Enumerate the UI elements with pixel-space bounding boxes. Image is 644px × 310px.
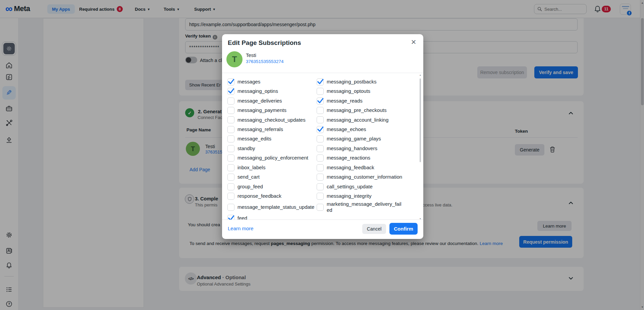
checkbox-label: message_reads	[327, 98, 363, 104]
checkbox-message_reads[interactable]	[317, 98, 324, 105]
checkbox-label: messaging_optouts	[327, 88, 370, 95]
checkbox-response_feedback[interactable]	[227, 193, 234, 200]
checkbox-marketing_message_delivery_failed[interactable]	[317, 204, 324, 211]
checkbox-label: call_settings_update	[327, 184, 373, 190]
subscription-row: feed	[227, 213, 317, 220]
checkbox-label: group_feed	[237, 184, 263, 190]
subscription-row: messaging_postbacks	[317, 77, 418, 86]
checkbox-group_feed[interactable]	[227, 183, 234, 190]
checkbox-label: messaging_referrals	[237, 126, 283, 133]
subscription-row: messaging_payments	[227, 106, 317, 115]
checkbox-feed[interactable]	[227, 215, 234, 220]
checkbox-messaging_integrity[interactable]	[317, 193, 324, 200]
subscription-row: message_reactions	[317, 153, 418, 163]
checkbox-label: message_echoes	[327, 126, 366, 133]
checkbox-standby[interactable]	[227, 145, 234, 152]
confirm-button[interactable]: Confirm	[389, 223, 418, 235]
checkbox-messaging_payments[interactable]	[227, 107, 234, 114]
subscription-row: messaging_integrity	[317, 191, 418, 201]
checkbox-label: messaging_payments	[237, 107, 286, 114]
subscription-row: message_edits	[227, 134, 317, 144]
checkbox-label: messaging_pre_checkouts	[327, 107, 386, 114]
subscription-row: messaging_policy_enforcement	[227, 153, 317, 163]
checkbox-messaging_game_plays[interactable]	[317, 135, 324, 142]
subscription-row: call_settings_update	[317, 182, 418, 191]
modal-page-name: Testi	[246, 52, 256, 58]
subscription-row: message_reads	[317, 96, 418, 106]
checkbox-messaging_customer_information[interactable]	[317, 174, 324, 181]
checkbox-label: messaging_game_plays	[327, 136, 381, 142]
checkbox-label: messaging_feedback	[327, 165, 374, 171]
checkbox-messaging_feedback[interactable]	[317, 164, 324, 171]
checkbox-send_cart[interactable]	[227, 174, 234, 181]
checkbox-label: marketing_message_delivery_failed	[327, 201, 404, 214]
checkbox-label: messaging_postbacks	[327, 79, 376, 85]
close-icon[interactable]: ×	[409, 37, 419, 47]
checkbox-messaging_postbacks[interactable]	[317, 78, 324, 85]
checkbox-label: messaging_integrity	[327, 193, 371, 199]
modal-scrollbar-thumb[interactable]	[420, 78, 421, 162]
subscription-row: message_template_status_update	[227, 201, 317, 214]
checkbox-messaging_referrals[interactable]	[227, 126, 234, 133]
checkbox-label: standby	[237, 145, 255, 152]
checkbox-label: messaging_customer_information	[327, 174, 402, 180]
subscription-row: inbox_labels	[227, 163, 317, 172]
checkbox-label: response_feedback	[237, 193, 281, 199]
checkbox-call_settings_update[interactable]	[317, 183, 324, 190]
checkbox-label: message_deliveries	[237, 98, 282, 104]
checkbox-label: messages	[237, 79, 260, 85]
checkbox-messaging_handovers[interactable]	[317, 145, 324, 152]
checkbox-label: messaging_policy_enforcement	[237, 155, 308, 161]
checkbox-label: send_cart	[237, 174, 260, 180]
checkbox-messaging_optins[interactable]	[227, 88, 234, 95]
checkbox-messaging_checkout_updates[interactable]	[227, 116, 234, 123]
checkbox-message_deliveries[interactable]	[227, 98, 234, 105]
checkbox-label: messaging_optins	[237, 88, 278, 95]
edit-page-subscriptions-modal: Edit Page Subscriptions × T Testi 376351…	[222, 34, 423, 239]
subscription-row	[317, 213, 418, 220]
checkbox-message_template_status_update[interactable]	[227, 204, 234, 211]
subscription-row: messaging_feedback	[317, 163, 418, 172]
subscription-row: marketing_message_delivery_failed	[317, 201, 418, 214]
checkbox-label: message_reactions	[327, 155, 370, 161]
subscription-row: messaging_optins	[227, 86, 317, 96]
checkbox-label: feed	[237, 215, 247, 220]
subscription-row: messaging_checkout_updates	[227, 115, 317, 125]
checkbox-message_edits[interactable]	[227, 135, 234, 142]
modal-learn-more-link[interactable]: Learn more	[228, 226, 254, 231]
checkbox-messaging_account_linking[interactable]	[317, 116, 324, 123]
scroll-up-icon[interactable]: ▲	[419, 74, 422, 76]
checkbox-inbox_labels[interactable]	[227, 164, 234, 171]
modal-page-id-link[interactable]: 376351535553274	[246, 59, 284, 64]
subscription-row: send_cart	[227, 172, 317, 182]
subscription-row: response_feedback	[227, 191, 317, 201]
subscription-row: messaging_referrals	[227, 125, 317, 134]
subscriptions-list: messagesmessaging_postbacksmessaging_opt…	[222, 76, 418, 220]
modal-divider	[222, 73, 423, 73]
subscription-row: messaging_game_plays	[317, 134, 418, 144]
subscription-row: message_deliveries	[227, 96, 317, 106]
checkbox-label: inbox_labels	[237, 165, 265, 171]
checkbox-label: messaging_handovers	[327, 145, 377, 152]
subscription-row: messaging_optouts	[317, 86, 418, 96]
modal-title: Edit Page Subscriptions	[228, 39, 301, 47]
subscription-row: standby	[227, 144, 317, 153]
subscription-row: message_echoes	[317, 125, 418, 134]
checkbox-messages[interactable]	[227, 78, 234, 85]
checkbox-messaging_pre_checkouts[interactable]	[317, 107, 324, 114]
checkbox-message_echoes[interactable]	[317, 126, 324, 133]
subscription-row: messaging_pre_checkouts	[317, 106, 418, 115]
cancel-button[interactable]: Cancel	[362, 224, 386, 234]
checkbox-label: messaging_checkout_updates	[237, 117, 306, 123]
subscription-row: messaging_account_linking	[317, 115, 418, 125]
subscription-row: messaging_handovers	[317, 144, 418, 153]
checkbox-messaging_optouts[interactable]	[317, 88, 324, 95]
modal-scrollbar[interactable]: ▲ ▼	[419, 74, 422, 220]
subscription-row: messaging_customer_information	[317, 172, 418, 182]
checkbox-label: message_edits	[237, 136, 271, 142]
checkbox-messaging_policy_enforcement[interactable]	[227, 154, 234, 162]
checkbox-message_reactions[interactable]	[317, 154, 324, 162]
subscription-row: group_feed	[227, 182, 317, 191]
modal-footer-divider	[222, 220, 423, 220]
checkbox-label: message_template_status_update	[237, 204, 314, 210]
